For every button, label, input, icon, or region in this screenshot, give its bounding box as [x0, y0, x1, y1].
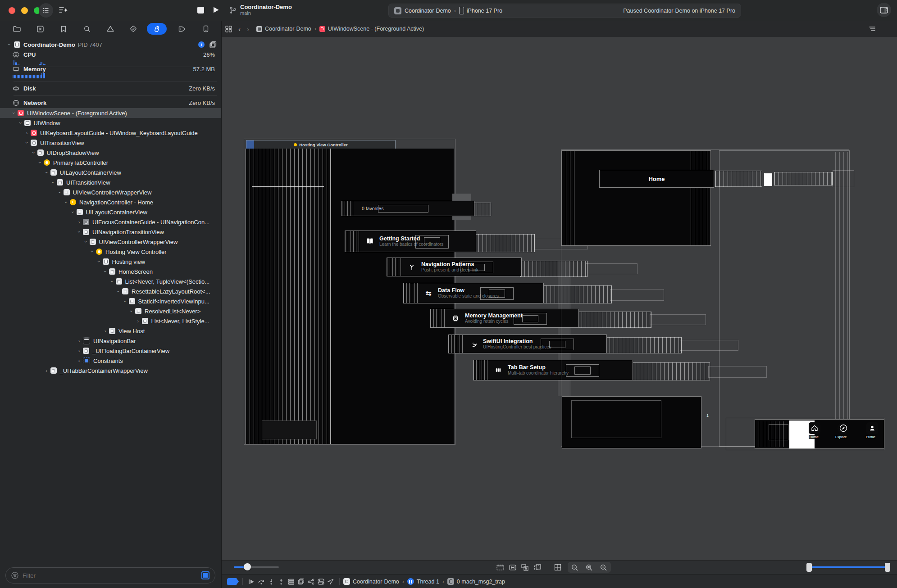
- flatten-hierarchy-icon[interactable]: [869, 26, 876, 32]
- tab-bookmarks-navigator[interactable]: [58, 23, 69, 35]
- list-row-navigation-patterns[interactable]: Navigation PatternsPush, present, and de…: [387, 258, 522, 276]
- disclosure-chevron[interactable]: ›: [116, 289, 121, 294]
- forward-button[interactable]: ›: [247, 25, 249, 33]
- jump-crumb-current[interactable]: UIWindowScene - (Foreground Active): [328, 26, 424, 32]
- tree-row-primarytabcontroller[interactable]: ›PrimaryTabController: [0, 158, 221, 167]
- tab-changes-navigator[interactable]: [34, 23, 46, 35]
- disclosure-chevron[interactable]: ›: [24, 140, 30, 146]
- debug-crumb-frame[interactable]: 0 mach_msg2_trap: [457, 579, 505, 585]
- tree-row-uiviewcontrollerwrapperview[interactable]: ›UIViewControllerWrapperView: [0, 187, 221, 197]
- minimize-window-button[interactable]: [21, 7, 28, 14]
- scheme-app[interactable]: Coordinator-Demo: [405, 8, 451, 14]
- zoom-out-button[interactable]: [570, 564, 579, 572]
- jump-crumb-project[interactable]: Coordinator-Demo: [265, 26, 311, 32]
- zoom-fit-button[interactable]: [585, 564, 594, 572]
- tree-row-list-tupleview[interactable]: ›List<Never, TupleView<(Sectio...: [0, 276, 221, 286]
- tree-row-uilayoutcontainerview[interactable]: ›UILayoutContainerView: [0, 167, 221, 177]
- environment-overrides-button[interactable]: [316, 578, 326, 586]
- orientation-button[interactable]: [533, 563, 542, 571]
- simulate-location-button[interactable]: [326, 578, 336, 586]
- disclosure-chevron[interactable]: ›: [76, 219, 82, 225]
- disclosure-chevron[interactable]: ›: [76, 338, 82, 344]
- disclosure-chevron[interactable]: ›: [76, 358, 82, 363]
- show-constraints-button[interactable]: [508, 563, 517, 571]
- disclosure-chevron[interactable]: ›: [44, 368, 50, 373]
- list-row-getting-started[interactable]: Getting StartedLearn the basics of coord…: [345, 231, 476, 252]
- tree-row-constraints[interactable]: ›Constraints: [0, 356, 221, 366]
- view-hierarchy-icon[interactable]: [209, 41, 217, 48]
- disclosure-chevron[interactable]: ›: [57, 190, 62, 195]
- disclosure-chevron[interactable]: ›: [11, 110, 17, 116]
- show-clipped-content-button[interactable]: [496, 563, 505, 571]
- disclosure-chevron[interactable]: ›: [90, 249, 95, 255]
- tree-row-uiwindow[interactable]: ›UIWindow: [0, 118, 221, 128]
- tree-row-resolvedlist[interactable]: ›ResolvedList<Never>: [0, 306, 221, 316]
- info-button[interactable]: i: [198, 41, 205, 48]
- scheme-status-bar[interactable]: Coordinator-Demo › iPhone 17 Pro Paused …: [388, 4, 741, 18]
- tab-report-navigator[interactable]: [200, 23, 212, 35]
- scheme-device[interactable]: iPhone 17 Pro: [467, 8, 502, 14]
- tree-row-keyboardlayoutguide[interactable]: ›UIKeyboardLayoutGuide - UIWindow_Keyboa…: [0, 128, 221, 138]
- tree-row-hostingviewcontroller[interactable]: ›Hosting View Controller: [0, 247, 221, 257]
- hosting-view-controller-header[interactable]: Hosting View Controller: [246, 140, 396, 149]
- tab-home[interactable]: [809, 422, 820, 434]
- disclosure-chevron[interactable]: ›: [103, 269, 108, 275]
- tree-row-list-liststyle[interactable]: ›List<Never, ListStyle...: [0, 316, 221, 326]
- tree-row-uidropshadowview[interactable]: ›UIDropShadowView: [0, 148, 221, 158]
- disclosure-chevron[interactable]: ›: [50, 180, 56, 185]
- view-options-button[interactable]: [39, 3, 53, 18]
- tree-row-uitransitionview-2[interactable]: ›UITransitionView: [0, 177, 221, 187]
- disclosure-chevron[interactable]: ›: [129, 308, 134, 314]
- step-into-button[interactable]: [266, 578, 276, 586]
- disclosure-chevron[interactable]: ›: [83, 239, 88, 245]
- tree-row-staticif[interactable]: ›StaticIf<InvertedViewInpu...: [0, 296, 221, 306]
- cpu-gauge-row[interactable]: CPU 26%: [0, 50, 221, 59]
- step-over-button[interactable]: [256, 578, 266, 586]
- tab-find-navigator[interactable]: [81, 23, 93, 35]
- disclosure-chevron[interactable]: ›: [31, 150, 36, 156]
- debug-crumb-thread[interactable]: Thread 1: [417, 579, 439, 585]
- depth-range-track[interactable]: [808, 566, 889, 568]
- disclosure-chevron[interactable]: ›: [122, 299, 127, 304]
- close-window-button[interactable]: [9, 7, 15, 14]
- canvas-grid-button[interactable]: [553, 563, 562, 571]
- debug-view-hierarchy-button[interactable]: [286, 578, 296, 586]
- toggle-right-sidebar-button[interactable]: [877, 3, 891, 17]
- spacing-slider-knob[interactable]: [244, 563, 251, 570]
- compose-button[interactable]: [58, 5, 69, 18]
- disclosure-chevron[interactable]: ›: [70, 209, 75, 215]
- tab-debug-navigator-active[interactable]: [147, 23, 167, 35]
- view-modes-button[interactable]: [520, 563, 529, 571]
- spacing-slider-track[interactable]: [234, 566, 279, 568]
- tree-row-uifloatingbarcontainerview[interactable]: ›_UIFloatingBarContainerView: [0, 346, 221, 356]
- memory-gauge-row[interactable]: Memory 57.2 MB: [0, 64, 221, 74]
- filter-input[interactable]: [22, 572, 201, 579]
- run-button[interactable]: [212, 6, 220, 16]
- disclosure-chevron[interactable]: ›: [18, 120, 23, 126]
- tree-row-hostingview[interactable]: ›Hosting view: [0, 257, 221, 267]
- disclosure-chevron[interactable]: ›: [37, 160, 43, 166]
- filter-scope-icon[interactable]: [201, 571, 209, 579]
- breakpoints-toggle-button[interactable]: [227, 578, 239, 585]
- list-row-memory-management[interactable]: Memory ManagementAvoiding retain cycles: [430, 309, 579, 328]
- share-debug-button[interactable]: [306, 578, 316, 586]
- tree-row-uilayoutcontainerview-2[interactable]: ›UILayoutContainerView: [0, 207, 221, 217]
- tree-row-viewhost[interactable]: ›View Host: [0, 326, 221, 336]
- disclosure-chevron[interactable]: ›: [77, 229, 82, 235]
- process-row[interactable]: › Coordinator-Demo PID 7407 i: [0, 40, 221, 50]
- view-debugger-canvas[interactable]: Hosting View Controller 0 favorites: [222, 37, 897, 560]
- disclosure-chevron[interactable]: ›: [24, 130, 30, 136]
- disclosure-chevron[interactable]: ›: [109, 279, 114, 285]
- tree-row-navigationcontroller[interactable]: ›NavigationController - Home: [0, 197, 221, 207]
- disclosure-chevron[interactable]: ›: [76, 348, 82, 353]
- tab-explore[interactable]: [838, 422, 849, 434]
- tree-row-uinavigationtransitionview[interactable]: ›UINavigationTransitionView: [0, 227, 221, 237]
- network-gauge-row[interactable]: Network Zero KB/s: [0, 97, 221, 108]
- related-items-icon[interactable]: [225, 26, 232, 32]
- disclosure-chevron[interactable]: ›: [44, 170, 49, 176]
- tab-issue-navigator[interactable]: [105, 23, 116, 35]
- zoom-in-button[interactable]: [599, 564, 608, 572]
- tree-row-homescreen[interactable]: ›HomeScreen: [0, 267, 221, 276]
- tree-row-resettablelazylayoutroot[interactable]: ›ResettableLazyLayoutRoot<...: [0, 286, 221, 296]
- disk-gauge-row[interactable]: Disk Zero KB/s: [0, 83, 221, 94]
